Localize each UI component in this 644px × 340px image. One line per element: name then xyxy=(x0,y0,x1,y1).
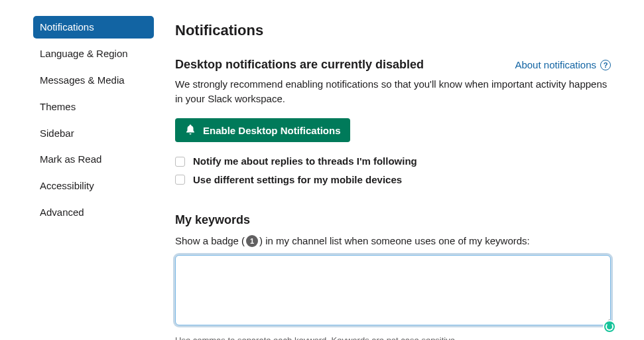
keywords-desc-prefix: Show a badge ( xyxy=(175,234,245,248)
mobile-settings-label[interactable]: Use different settings for my mobile dev… xyxy=(193,173,402,187)
keywords-hint: Use commas to separate each keyword. Key… xyxy=(175,335,611,340)
bell-icon xyxy=(184,124,196,137)
preferences-container: Notifications Language & Region Messages… xyxy=(0,0,644,340)
sidebar-item-accessibility[interactable]: Accessibility xyxy=(33,175,154,197)
desktop-section-header: Desktop notifications are currently disa… xyxy=(175,56,611,73)
sidebar-item-messages-media[interactable]: Messages & Media xyxy=(33,69,154,92)
settings-sidebar: Notifications Language & Region Messages… xyxy=(33,16,154,340)
keywords-title: My keywords xyxy=(175,211,611,228)
notify-threads-row: Notify me about replies to threads I'm f… xyxy=(175,154,611,169)
desktop-disabled-heading: Desktop notifications are currently disa… xyxy=(175,56,424,73)
mobile-settings-checkbox[interactable] xyxy=(175,175,185,185)
mobile-settings-row: Use different settings for my mobile dev… xyxy=(175,173,611,187)
sidebar-item-advanced[interactable]: Advanced xyxy=(33,201,154,224)
sidebar-item-themes[interactable]: Themes xyxy=(33,96,154,118)
main-content: Notifications Desktop notifications are … xyxy=(175,16,611,340)
notify-threads-checkbox[interactable] xyxy=(175,157,185,167)
help-icon: ? xyxy=(600,60,611,70)
page-title: Notifications xyxy=(175,20,611,41)
keywords-textarea[interactable] xyxy=(175,255,611,325)
keywords-section: My keywords Show a badge ( 1 ) in my cha… xyxy=(175,211,611,340)
keywords-description: Show a badge ( 1 ) in my channel list wh… xyxy=(175,234,611,248)
badge-count-sample: 1 xyxy=(246,235,258,247)
sidebar-item-mark-as-read[interactable]: Mark as Read xyxy=(33,148,154,171)
enable-desktop-notifications-button[interactable]: Enable Desktop Notifications xyxy=(175,118,350,142)
sidebar-item-sidebar[interactable]: Sidebar xyxy=(33,122,154,145)
grammarly-icon[interactable] xyxy=(603,320,616,333)
enable-button-label: Enable Desktop Notifications xyxy=(203,125,341,136)
sidebar-item-notifications[interactable]: Notifications xyxy=(33,16,154,39)
about-link-label: About notifications xyxy=(515,58,596,72)
notify-threads-label[interactable]: Notify me about replies to threads I'm f… xyxy=(193,154,417,169)
about-notifications-link[interactable]: About notifications ? xyxy=(515,58,611,72)
sidebar-item-language-region[interactable]: Language & Region xyxy=(33,42,154,65)
keywords-desc-suffix: ) in my channel list when someone uses o… xyxy=(259,234,530,248)
keywords-textarea-wrap xyxy=(175,255,611,329)
desktop-disabled-description: We strongly recommend enabling notificat… xyxy=(175,77,611,106)
